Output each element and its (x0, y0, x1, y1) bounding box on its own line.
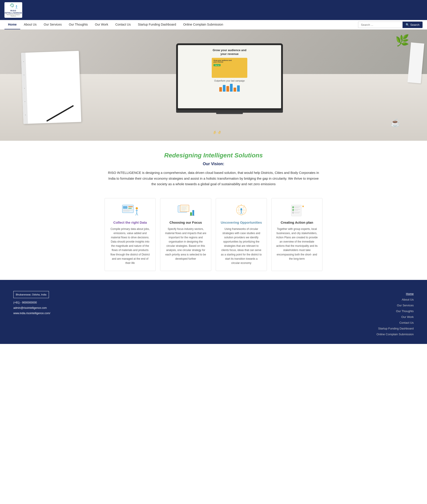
nav-link-thoughts[interactable]: Our Thoughts (65, 20, 91, 29)
card-icon-collect (121, 204, 139, 217)
svg-point-21 (136, 207, 138, 210)
nav-item-home[interactable]: Home (4, 20, 20, 29)
main-heading: Redesigning Intelligent Solutions (107, 152, 320, 159)
card-uncovering: Uncovering Opportunities Using framework… (216, 198, 267, 271)
svg-rect-53 (295, 209, 300, 210)
logo-area: RISO INTELLIGENCE Redesigning Intelligen… (4, 2, 22, 18)
footer-contact: Bhubaneswar, Odisha, India (+91) - 90000… (13, 291, 50, 337)
footer-link-complaint[interactable]: Online Complain Submission (376, 331, 414, 337)
footer-nav-complaint[interactable]: Online Complain Submission (376, 331, 414, 337)
svg-point-40 (240, 208, 242, 210)
footer-link-services[interactable]: Our Services (376, 303, 414, 308)
card-title-collect: Collect the right Data (109, 220, 151, 224)
svg-marker-58 (302, 205, 304, 207)
footer-nav-home[interactable]: Home (376, 291, 414, 297)
svg-rect-19 (123, 210, 133, 210)
card-action-plan: Creating Action plan Together with group… (271, 198, 322, 271)
svg-point-5 (13, 5, 14, 6)
nav-item-startup[interactable]: Startup Funding Dashboard (134, 20, 180, 29)
search-input[interactable] (358, 22, 403, 28)
svg-point-4 (13, 4, 13, 5)
svg-point-7 (11, 6, 11, 7)
main-content: Redesigning Intelligent Solutions Our Vi… (0, 152, 427, 271)
nav-item-thoughts[interactable]: Our Thoughts (65, 20, 91, 29)
search-icon: 🔍 (406, 23, 409, 26)
nav-item-work[interactable]: Our Work (92, 20, 112, 29)
site-header: RISO INTELLIGENCE Redesigning Intelligen… (0, 0, 427, 20)
nav-link-home[interactable]: Home (4, 20, 20, 29)
nav-link-contact[interactable]: Contact Us (112, 20, 134, 29)
card-title-uncovering: Uncovering Opportunities (220, 220, 262, 224)
svg-rect-32 (190, 212, 192, 216)
footer-nav-work[interactable]: Our Work (376, 314, 414, 320)
nav-link-work[interactable]: Our Work (92, 20, 112, 29)
svg-point-3 (11, 4, 12, 4)
footer-nav-services[interactable]: Our Services (376, 303, 414, 308)
svg-point-2 (10, 4, 11, 5)
nav-item-about[interactable]: About Us (20, 20, 40, 29)
footer-link-about[interactable]: About Us (376, 297, 414, 303)
svg-line-14 (16, 8, 17, 9)
footer-nav-contact[interactable]: Contact Us (376, 320, 414, 326)
svg-rect-17 (128, 206, 133, 207)
footer-website: www.india.risointelligence.com/ (13, 311, 50, 316)
footer-link-startup[interactable]: Startup Funding Dashboard (376, 326, 414, 331)
card-text-action: Together with group experts, local busin… (276, 227, 318, 261)
navbar: Home About Us Our Services Our Thoughts … (0, 20, 427, 30)
logo-box: RISO INTELLIGENCE Redesigning Intelligen… (4, 2, 22, 18)
card-collect-data: Collect the right Data Compile primary d… (105, 198, 156, 271)
svg-rect-31 (181, 210, 185, 210)
footer-link-thoughts[interactable]: Our Thoughts (376, 308, 414, 314)
card-icon-focus (177, 204, 195, 217)
nav-link-services[interactable]: Our Services (40, 20, 65, 29)
logo-tagline: Redesigning Intelligent Solutions (5, 14, 22, 17)
nav-links: Home About Us Our Services Our Thoughts … (4, 20, 227, 29)
svg-rect-18 (128, 208, 132, 209)
svg-rect-27 (180, 205, 189, 212)
cards-section: Collect the right Data Compile primary d… (4, 198, 423, 271)
search-button[interactable]: 🔍 Search (403, 22, 423, 28)
footer-nav: Home About Us Our Services Our Thoughts … (376, 291, 414, 337)
footer-nav-startup[interactable]: Startup Funding Dashboard (376, 326, 414, 331)
nav-item-complaint[interactable]: Online Complain Submission (180, 20, 227, 29)
footer: Bhubaneswar, Odisha, India (+91) - 90000… (0, 280, 427, 344)
footer-nav-about[interactable]: About Us (376, 297, 414, 303)
svg-line-43 (240, 212, 241, 214)
svg-rect-56 (295, 212, 300, 212)
search-area: 🔍 Search (358, 22, 423, 28)
card-text-focus: Specify focus industry sectors, material… (165, 227, 207, 261)
card-text-collect: Compile primary data about jobs, emissio… (109, 227, 151, 265)
footer-city: Bhubaneswar, Odisha, India (13, 291, 49, 298)
search-button-label: Search (410, 23, 419, 26)
logo-text-block: RISO INTELLIGENCE Redesigning Intelligen… (5, 10, 22, 17)
logo-svg (8, 3, 19, 10)
svg-rect-16 (123, 206, 127, 209)
footer-nav-thoughts[interactable]: Our Thoughts (376, 308, 414, 314)
svg-point-8 (10, 5, 11, 6)
svg-rect-30 (181, 209, 187, 209)
nav-link-complaint[interactable]: Online Complain Submission (180, 20, 227, 29)
card-choosing-focus: Choosing our Focus Specify focus industr… (160, 198, 211, 271)
hero-section: ••••• Grow your audience andyour revenue… (0, 30, 427, 141)
nav-link-about[interactable]: About Us (20, 20, 40, 29)
svg-rect-28 (181, 207, 188, 207)
nav-link-startup[interactable]: Startup Funding Dashboard (134, 20, 180, 29)
card-icon-uncovering (232, 204, 250, 217)
vision-heading: Our Vision: (107, 162, 320, 166)
svg-point-10 (16, 5, 17, 6)
svg-line-13 (16, 8, 17, 9)
footer-link-contact[interactable]: Contact Us (376, 320, 414, 326)
svg-point-6 (12, 6, 13, 7)
svg-rect-57 (295, 213, 299, 213)
card-title-action: Creating Action plan (276, 220, 318, 224)
footer-link-home[interactable]: Home (376, 291, 414, 297)
svg-rect-33 (192, 210, 194, 216)
nav-item-services[interactable]: Our Services (40, 20, 65, 29)
svg-line-24 (136, 213, 137, 215)
svg-rect-20 (123, 211, 130, 211)
intro-section: Redesigning Intelligent Solutions Our Vi… (102, 152, 325, 187)
svg-rect-54 (295, 210, 298, 211)
logo-name: RISO INTELLIGENCE (5, 10, 22, 14)
nav-item-contact[interactable]: Contact Us (112, 20, 134, 29)
footer-link-work[interactable]: Our Work (376, 314, 414, 320)
